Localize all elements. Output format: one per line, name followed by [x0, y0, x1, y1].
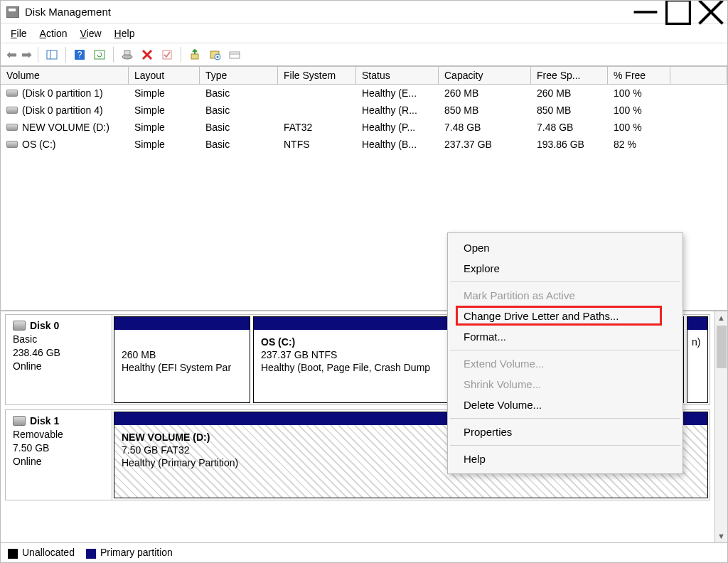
help-button[interactable]: ? [70, 46, 89, 63]
col-status[interactable]: Status [356, 66, 439, 84]
svg-point-17 [217, 55, 219, 58]
disk1-info[interactable]: Disk 1 Removable 7.50 GB Online [6, 410, 112, 500]
ctx-help[interactable]: Help [448, 449, 682, 469]
svg-rect-14 [191, 54, 198, 59]
col-filesystem[interactable]: File System [278, 66, 356, 84]
partition-disk0-p4[interactable]: n) [687, 316, 708, 403]
ctx-delete[interactable]: Delete Volume... [448, 395, 682, 415]
disk-icon [13, 416, 26, 426]
volume-list-header: Volume Layout Type File System Status Ca… [1, 66, 727, 85]
rescan-disks-button[interactable] [118, 46, 136, 63]
close-button[interactable] [695, 1, 727, 23]
svg-rect-18 [230, 52, 240, 58]
minimize-button[interactable] [629, 1, 662, 23]
volume-row[interactable]: OS (C:) Simple Basic NTFS Healthy (B... … [1, 136, 727, 153]
svg-rect-8 [95, 50, 105, 59]
col-volume[interactable]: Volume [1, 66, 129, 84]
vertical-scrollbar[interactable]: ▲ ▼ [714, 311, 727, 542]
ctx-extend: Extend Volume... [448, 353, 682, 374]
forward-button[interactable]: ➡ [20, 47, 33, 63]
col-freespace[interactable]: Free Sp... [531, 66, 608, 84]
refresh-button[interactable] [90, 46, 109, 63]
col-capacity[interactable]: Capacity [439, 66, 531, 84]
ctx-properties[interactable]: Properties [448, 422, 682, 442]
volume-icon [6, 90, 18, 97]
col-type[interactable]: Type [200, 66, 278, 84]
delete-button[interactable] [138, 46, 156, 63]
toolbar: ⬅ ➡ ? [1, 43, 727, 66]
ctx-mark-active: Mark Partition as Active [448, 285, 682, 306]
scroll-up-icon[interactable]: ▲ [715, 311, 727, 324]
highlight-change-drive-letter [456, 306, 662, 326]
maximize-button[interactable] [662, 1, 695, 23]
ctx-explore[interactable]: Explore [448, 258, 682, 279]
col-spacer [670, 66, 727, 84]
volume-row[interactable]: (Disk 0 partition 4) Simple Basic Health… [1, 102, 727, 119]
ctx-shrink: Shrink Volume... [448, 374, 682, 395]
show-hide-tree-button[interactable] [43, 46, 61, 63]
legend: Unallocated Primary partition [1, 542, 727, 562]
svg-text:?: ? [77, 50, 82, 60]
legend-unallocated: Unallocated [8, 547, 75, 558]
svg-rect-10 [124, 50, 130, 55]
spacer-icon [225, 46, 244, 63]
scroll-thumb[interactable] [717, 326, 727, 368]
menubar: File Action View Help [1, 23, 727, 43]
svg-point-9 [122, 55, 132, 59]
disk0-info[interactable]: Disk 0 Basic 238.46 GB Online [6, 315, 112, 404]
app-icon [6, 6, 19, 18]
col-layout[interactable]: Layout [129, 66, 200, 84]
menu-file[interactable]: File [11, 28, 27, 39]
menu-view[interactable]: View [80, 28, 102, 39]
window-title: Disk Management [25, 6, 629, 18]
attach-vhd-button[interactable] [186, 46, 204, 63]
properties-button[interactable] [158, 46, 176, 63]
menu-help[interactable]: Help [114, 28, 135, 39]
titlebar: Disk Management [1, 1, 727, 23]
svg-rect-4 [47, 50, 57, 59]
ctx-format[interactable]: Format... [448, 326, 682, 347]
disk-icon [13, 321, 26, 331]
legend-primary: Primary partition [86, 547, 173, 558]
volume-row[interactable]: NEW VOLUME (D:) Simple Basic FAT32 Healt… [1, 119, 727, 136]
detach-vhd-button[interactable] [205, 46, 224, 63]
col-pctfree[interactable]: % Free [608, 66, 670, 84]
disk-management-window: Disk Management File Action View Help ⬅ … [0, 0, 728, 563]
partition-disk0-p1[interactable]: 260 MB Healthy (EFI System Par [114, 316, 250, 403]
menu-action[interactable]: Action [40, 28, 68, 39]
back-button[interactable]: ⬅ [5, 47, 18, 63]
svg-rect-1 [667, 0, 690, 23]
volume-row[interactable]: (Disk 0 partition 1) Simple Basic Health… [1, 85, 727, 102]
ctx-open[interactable]: Open [448, 237, 682, 258]
context-menu: Open Explore Mark Partition as Active Ch… [447, 232, 683, 474]
volume-icon [6, 141, 18, 148]
volume-icon [6, 124, 18, 131]
scroll-down-icon[interactable]: ▼ [715, 530, 727, 542]
volume-icon [6, 107, 18, 114]
